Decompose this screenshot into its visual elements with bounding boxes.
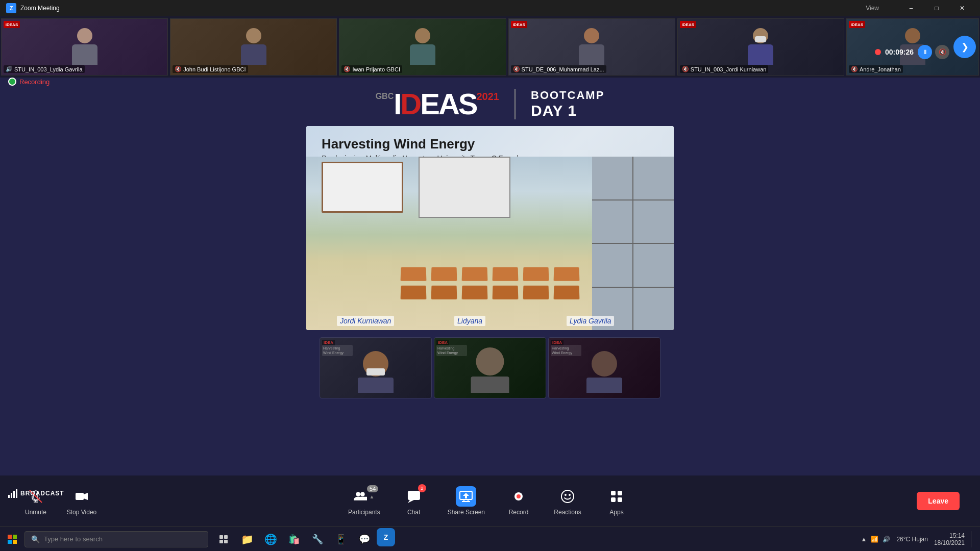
- bottom-participant-1[interactable]: IDEA HarvestingWind Energy: [320, 337, 432, 398]
- participant-label: 🔇 John Budi Listijono GBCI: [173, 65, 248, 73]
- svg-rect-27: [8, 540, 12, 544]
- svg-rect-26: [13, 535, 17, 539]
- toolbar-right: Leave: [917, 492, 960, 510]
- card-text-3: HarvestingWind Energy: [551, 345, 581, 356]
- ideas-logo-text: GBC IDEAS 2021: [376, 87, 499, 121]
- bootcamp-day: DAY 1: [531, 102, 577, 119]
- svg-rect-28: [13, 540, 17, 544]
- tray-icon-1[interactable]: ▲: [861, 536, 867, 543]
- chat-label: Chat: [407, 509, 420, 516]
- timer-pause-button[interactable]: ⏸: [918, 45, 932, 59]
- ideas-badge: IDEAS: [680, 21, 696, 28]
- participant-label: 🔇 STU_DE_006_Muhammad Laz...: [511, 65, 606, 73]
- show-desktop-button[interactable]: [971, 531, 974, 547]
- taskbar-edge[interactable]: 🌐: [259, 528, 282, 550]
- close-button[interactable]: ✕: [950, 0, 974, 16]
- timer-mute-button[interactable]: 🔇: [935, 45, 949, 59]
- search-box[interactable]: 🔍 Type here to search: [24, 531, 208, 547]
- chat-badge: 2: [418, 484, 426, 492]
- record-button[interactable]: Record: [503, 486, 534, 516]
- person-figure: [410, 28, 435, 65]
- participants-chevron: ▲: [369, 494, 374, 499]
- system-tray: ▲ 📶 🔊 26°C Hujan 15:14 18/10/2021: [861, 531, 980, 547]
- bootcamp-label: BOOTCAMP: [531, 89, 604, 102]
- ideas-logo: GBC IDEAS 2021 BOOTCAMP DAY 1: [376, 87, 605, 121]
- year-text: 2021: [477, 91, 500, 103]
- card-text-2: HarvestingWind Energy: [436, 345, 467, 356]
- presentation-slide: Harvesting Wind Energy Re-designing Mult…: [306, 126, 674, 330]
- taskbar-file-explorer[interactable]: 📁: [236, 528, 258, 550]
- main-content: GBC IDEAS 2021 BOOTCAMP DAY 1 Harvesting…: [0, 78, 980, 500]
- participant-thumb-iwan[interactable]: 🔇 Iwan Prijanto GBCI: [339, 18, 506, 76]
- presenter2-name: Lidyana: [454, 316, 485, 326]
- svg-rect-9: [408, 491, 420, 500]
- participants-label: Participants: [348, 509, 380, 516]
- timer-text: 00:09:26: [885, 48, 914, 56]
- taskbar-discord[interactable]: 💬: [353, 528, 376, 550]
- leave-button[interactable]: Leave: [917, 492, 960, 510]
- unmute-label: Unmute: [25, 509, 46, 516]
- participants-button[interactable]: 54 ▲ Participants: [348, 486, 380, 516]
- svg-rect-5: [76, 493, 84, 500]
- network-icon[interactable]: 📶: [871, 536, 878, 543]
- svg-marker-6: [84, 493, 88, 500]
- svg-marker-10: [408, 500, 414, 503]
- taskbar-app1[interactable]: 🔧: [306, 528, 329, 550]
- record-label: Record: [509, 509, 529, 516]
- reactions-button[interactable]: Reactions: [552, 486, 583, 516]
- chat-button[interactable]: 2 Chat: [399, 486, 429, 516]
- reactions-icon: [557, 486, 578, 507]
- taskbar-store[interactable]: 🛍️: [283, 528, 305, 550]
- start-button[interactable]: [0, 527, 24, 552]
- taskbar-app2[interactable]: 📱: [330, 528, 352, 550]
- volume-icon[interactable]: 🔊: [883, 536, 890, 543]
- ideas-badge: IDEAS: [511, 21, 527, 28]
- participant-thumb-lydia[interactable]: IDEAS 🔊 STU_IN_003_Lydia Gavrila: [1, 18, 168, 76]
- date-text: 18/10/2021: [934, 539, 965, 546]
- apps-button[interactable]: Apps: [601, 486, 632, 516]
- gbc-text: GBC: [376, 92, 394, 101]
- person-figure: [241, 28, 266, 65]
- bottom-participant-3[interactable]: IDEA HarvestingWind Energy: [548, 337, 660, 398]
- ideas-badge: IDEAS: [4, 21, 20, 28]
- window-title: Zoom Meeting: [20, 5, 866, 12]
- view-button[interactable]: View: [866, 5, 879, 12]
- classroom-render: [306, 157, 674, 330]
- participant-label: 🔇 Iwan Prijanto GBCI: [341, 65, 402, 73]
- signal-bars-icon: [8, 489, 17, 498]
- svg-point-7: [356, 492, 361, 496]
- timer-controls: ⏸ 🔇: [918, 45, 949, 59]
- share-screen-button[interactable]: Share Screen: [448, 486, 485, 516]
- logo-divider: [514, 89, 516, 119]
- card-text-1: HarvestingWind Energy: [322, 345, 353, 356]
- participant-thumb-john[interactable]: 🔇 John Budi Listijono GBCI: [170, 18, 337, 76]
- task-view-icon[interactable]: [212, 528, 235, 550]
- search-placeholder: Type here to search: [44, 535, 103, 543]
- reactions-label: Reactions: [554, 509, 581, 516]
- person-figure: [579, 28, 604, 65]
- bootcamp-text: BOOTCAMP DAY 1: [531, 89, 604, 119]
- participant-label: 🔊 STU_IN_003_Lydia Gavrila: [4, 65, 85, 73]
- recording-green-dot: [8, 78, 16, 86]
- apps-icon: [606, 486, 627, 507]
- minimize-button[interactable]: –: [899, 0, 923, 16]
- taskbar-zoom[interactable]: Z: [377, 528, 395, 546]
- recording-text: Recording: [19, 78, 50, 86]
- svg-rect-23: [611, 497, 616, 502]
- weather-display: 26°C Hujan: [896, 536, 928, 543]
- svg-rect-21: [611, 491, 616, 495]
- svg-rect-30: [224, 535, 228, 539]
- participant-thumb-laz[interactable]: IDEAS 🔇 STU_DE_006_Muhammad Laz...: [508, 18, 675, 76]
- participant-thumb-jordi[interactable]: IDEAS 🔇 STU_IN_003_Jordi Kurniawan: [677, 18, 844, 76]
- bottom-participant-2[interactable]: IDEA HarvestingWind Energy: [434, 337, 546, 398]
- svg-point-18: [561, 490, 574, 503]
- stop-video-button[interactable]: Stop Video: [66, 486, 97, 516]
- maximize-button[interactable]: □: [925, 0, 948, 16]
- presenter3-name: Lydia Gavrila: [567, 316, 614, 326]
- window-panels: [592, 157, 674, 330]
- person-figure: [748, 28, 773, 65]
- svg-rect-22: [618, 491, 622, 495]
- participant-label: 🔇 STU_IN_003_Jordi Kurniawan: [680, 65, 769, 73]
- taskbar-icons: 📁 🌐 🛍️ 🔧 📱 💬 Z: [212, 528, 395, 550]
- nav-next-button[interactable]: ❯: [953, 36, 976, 58]
